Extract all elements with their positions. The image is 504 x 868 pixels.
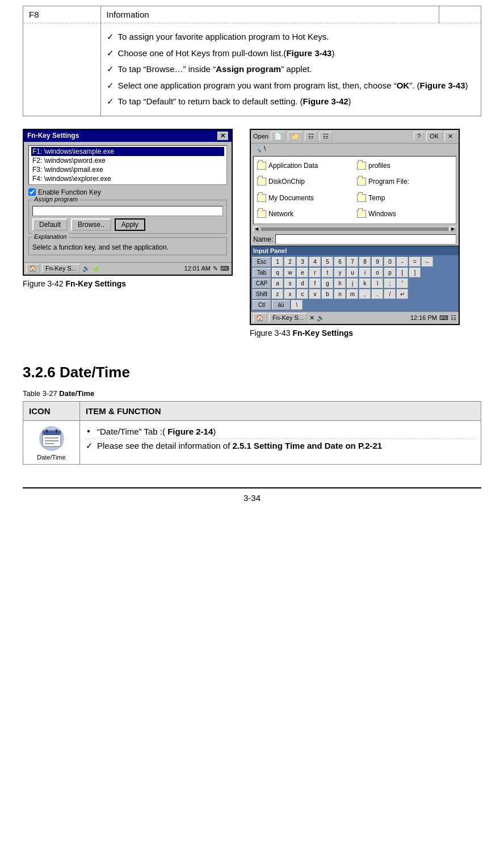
scroll-left[interactable]: ◀ [253, 226, 260, 232]
key-tab[interactable]: Tab [253, 268, 271, 277]
key-1[interactable]: 1 [272, 257, 283, 267]
taskbar-time-2: 12:16 PM [410, 314, 437, 321]
assign-program-input[interactable] [32, 206, 223, 216]
key-backspace[interactable]: ← [422, 257, 433, 267]
apply-button[interactable]: Apply [115, 218, 145, 231]
toolbar-btn-4[interactable]: ☷ [320, 132, 332, 141]
key-5[interactable]: 5 [322, 257, 333, 267]
file-item[interactable]: profiles [356, 159, 453, 173]
key-comma[interactable]: , [359, 289, 371, 299]
taskbar-app-label[interactable]: Fn-Key S... [42, 264, 80, 273]
key-n[interactable]: n [334, 289, 346, 299]
taskbar-1: 🏠 Fn-Key S... 🔊 🔋 12:01 AM ✎ ⌨ [24, 262, 232, 275]
start-button[interactable]: 🏠 [26, 264, 40, 273]
key-6[interactable]: 6 [334, 257, 346, 267]
toolbar-help-btn[interactable]: ? [414, 132, 424, 141]
key-a[interactable]: a [272, 279, 283, 288]
key-d[interactable]: d [297, 279, 308, 288]
key-c[interactable]: c [297, 289, 308, 299]
default-button[interactable]: Default [32, 218, 68, 231]
fn-list-item[interactable]: F4: \windows\explorer.exe [31, 174, 224, 183]
open-file-dialog[interactable]: Open 📄 📁 ☷ ☷ ? OK ✕ 🔍 \ Application Data [250, 129, 460, 325]
key-m[interactable]: m [347, 289, 358, 299]
toolbar-close-btn[interactable]: ✕ [444, 132, 456, 141]
key-r[interactable]: r [309, 268, 321, 277]
close-button[interactable]: ✕ [217, 132, 228, 140]
folder-icon [357, 194, 366, 202]
file-item[interactable]: Application Data [256, 159, 354, 173]
file-item[interactable]: DiskOnChip [256, 175, 354, 189]
taskbar-app-2[interactable]: Fn-Key S... [269, 313, 307, 322]
key-quote[interactable]: ' [397, 279, 408, 288]
key-v[interactable]: v [309, 289, 321, 299]
fn-list-item[interactable]: F3: \windows\pmail.exe [31, 165, 224, 174]
name-input[interactable] [275, 234, 456, 245]
key-esc[interactable]: Esc [253, 257, 271, 267]
file-item[interactable]: Program File: [356, 175, 453, 189]
speaker-icon-2: 🔊 [317, 314, 325, 322]
key-minus[interactable]: - [397, 257, 408, 267]
fn-list-item[interactable]: F2: \windows\pword.exe [31, 156, 224, 165]
key-4[interactable]: 4 [309, 257, 321, 267]
key-lbracket[interactable]: [ [397, 268, 408, 277]
key-x[interactable]: x [284, 289, 296, 299]
key-i[interactable]: i [359, 268, 371, 277]
file-item[interactable]: Network [256, 207, 354, 221]
key-rbracket[interactable]: ] [409, 268, 421, 277]
file-item[interactable]: Temp [356, 191, 453, 205]
key-q[interactable]: q [272, 268, 283, 277]
toolbar-btn-3[interactable]: ☷ [305, 132, 317, 141]
fn-list[interactable]: F1: \windows\iesample.exe F2: \windows\p… [28, 145, 227, 185]
key-slash[interactable]: / [384, 289, 396, 299]
key-w[interactable]: w [284, 268, 296, 277]
key-u[interactable]: u [347, 268, 358, 277]
key-3[interactable]: 3 [297, 257, 308, 267]
key-f[interactable]: f [309, 279, 321, 288]
key-special-char[interactable]: áü [272, 300, 290, 310]
key-period[interactable]: . [372, 289, 383, 299]
browse-button[interactable]: Browse.. [71, 218, 111, 231]
key-backslash[interactable]: \ [291, 300, 303, 310]
key-2[interactable]: 2 [284, 257, 296, 267]
key-enter[interactable]: ↵ [397, 289, 408, 299]
key-j[interactable]: j [347, 279, 358, 288]
caption-2-prefix: Figure 3-43 [250, 328, 292, 338]
fn-list-item-selected[interactable]: F1: \windows\iesample.exe [31, 147, 224, 156]
scroll-right[interactable]: ▶ [450, 226, 456, 232]
key-caps[interactable]: CAP [253, 279, 271, 288]
key-7[interactable]: 7 [347, 257, 358, 267]
scroll-track[interactable] [261, 227, 448, 231]
key-l[interactable]: l [372, 279, 383, 288]
key-8[interactable]: 8 [359, 257, 371, 267]
key-equals[interactable]: = [409, 257, 421, 267]
open-taskbar: 🏠 Fn-Key S... ✕ 🔊 12:16 PM ⌨ ☷ [251, 311, 459, 324]
key-e[interactable]: e [297, 268, 308, 277]
key-o[interactable]: o [372, 268, 383, 277]
scroll-bar-horizontal[interactable]: ◀ ▶ [253, 226, 456, 232]
key-shift[interactable]: Shift [253, 289, 271, 299]
toolbar-btn-2[interactable]: 📁 [288, 132, 303, 141]
key-h[interactable]: h [334, 279, 346, 288]
file-item[interactable]: Windows [356, 207, 453, 221]
key-9[interactable]: 9 [372, 257, 383, 267]
start-button-2[interactable]: 🏠 [253, 313, 267, 323]
enable-fn-key-checkbox[interactable] [28, 188, 36, 196]
toolbar-ok-btn[interactable]: OK [426, 132, 442, 141]
key-z[interactable]: z [272, 289, 283, 299]
key-b[interactable]: b [322, 289, 333, 299]
key-0[interactable]: 0 [384, 257, 396, 267]
key-ctrl[interactable]: Ctl [253, 300, 271, 310]
key-g[interactable]: g [322, 279, 333, 288]
file-pane[interactable]: Application Data profiles DiskOnChip Pro… [253, 156, 456, 224]
key-k[interactable]: k [359, 279, 371, 288]
fn-key-settings-dialog[interactable]: Fn-Key Settings ✕ F1: \windows\iesample.… [23, 129, 233, 276]
file-item[interactable]: My Documents [256, 191, 354, 205]
key-t[interactable]: t [322, 268, 333, 277]
key-s[interactable]: s [284, 279, 296, 288]
key-semicolon[interactable]: ; [384, 279, 396, 288]
key-p[interactable]: p [384, 268, 396, 277]
page-footer: 3-34 [23, 487, 481, 507]
key-y[interactable]: y [334, 268, 346, 277]
page-number: 3-34 [243, 493, 261, 503]
toolbar-btn-1[interactable]: 📄 [271, 132, 285, 141]
